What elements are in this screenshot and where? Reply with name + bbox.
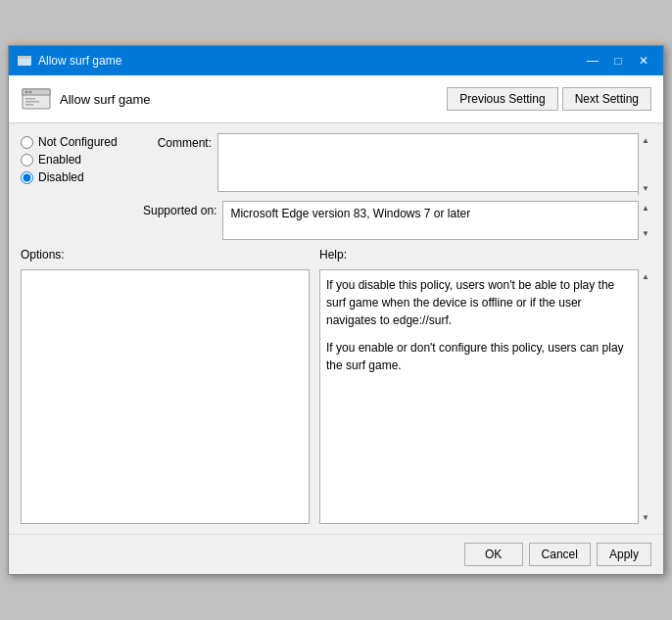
radio-enabled-input[interactable]: [21, 154, 33, 167]
comment-scroll-down[interactable]: ▼: [639, 181, 652, 195]
comment-row: Comment: ▲ ▼: [143, 133, 651, 195]
supported-box-wrapper: Microsoft Edge version 83, Windows 7 or …: [222, 201, 651, 240]
comment-textarea[interactable]: [217, 133, 651, 192]
svg-rect-8: [25, 104, 33, 106]
title-bar-controls: — □ ✕: [581, 52, 655, 70]
panels-row: If you disable this policy, users won't …: [21, 269, 651, 524]
help-text-1: If you disable this policy, users won't …: [326, 276, 631, 329]
title-bar: Allow surf game — □ ✕: [9, 46, 663, 75]
dialog-header-title: Allow surf game: [60, 92, 150, 107]
minimize-button[interactable]: —: [581, 52, 604, 70]
svg-rect-7: [25, 101, 39, 103]
radio-disabled[interactable]: Disabled: [21, 170, 133, 184]
supported-row: Supported on: Microsoft Edge version 83,…: [143, 201, 651, 240]
options-label-container: Options:: [21, 248, 310, 262]
comment-scroll-up[interactable]: ▲: [639, 133, 652, 147]
supported-scrollbar: ▲ ▼: [638, 201, 651, 240]
help-label-container: Help:: [319, 248, 651, 262]
svg-point-5: [29, 91, 32, 94]
window-title: Allow surf game: [38, 54, 121, 68]
options-panel: [21, 269, 310, 524]
supported-text: Microsoft Edge version 83, Windows 7 or …: [228, 205, 472, 222]
radio-panel: Not Configured Enabled Disabled: [21, 133, 133, 240]
maximize-button[interactable]: □: [606, 52, 630, 70]
panel-labels-row: Options: Help:: [21, 248, 651, 262]
supported-scroll-down[interactable]: ▼: [639, 226, 652, 240]
help-box: If you disable this policy, users won't …: [319, 269, 651, 524]
radio-disabled-label: Disabled: [38, 170, 84, 184]
options-box: [21, 269, 310, 524]
help-scrollbar: ▲ ▼: [638, 269, 651, 524]
top-section: Not Configured Enabled Disabled Comment:: [21, 133, 651, 240]
dialog-header: Allow surf game Previous Setting Next Se…: [9, 75, 663, 123]
radio-enabled-label: Enabled: [38, 153, 81, 167]
previous-setting-button[interactable]: Previous Setting: [447, 87, 557, 111]
supported-box: Microsoft Edge version 83, Windows 7 or …: [222, 201, 651, 240]
header-buttons: Previous Setting Next Setting: [447, 87, 651, 111]
radio-enabled[interactable]: Enabled: [21, 153, 133, 167]
next-setting-button[interactable]: Next Setting: [562, 87, 651, 111]
help-scroll-down[interactable]: ▼: [639, 510, 652, 524]
supported-scroll-up[interactable]: ▲: [639, 201, 652, 215]
options-label: Options:: [21, 248, 65, 262]
ok-button[interactable]: OK: [464, 543, 523, 566]
radio-not-configured-input[interactable]: [21, 136, 33, 149]
header-icon: [21, 83, 52, 115]
help-label: Help:: [319, 248, 347, 262]
dialog-window: Allow surf game — □ ✕ Allow surf game: [8, 45, 664, 575]
radio-not-configured[interactable]: Not Configured: [21, 135, 133, 149]
dialog-footer: OK Cancel Apply: [9, 534, 663, 574]
window-icon: [17, 53, 32, 69]
title-bar-left: Allow surf game: [17, 53, 121, 69]
cancel-button[interactable]: Cancel: [529, 543, 591, 566]
comment-scrollbar: ▲ ▼: [638, 133, 651, 195]
help-box-wrapper: If you disable this policy, users won't …: [319, 269, 651, 524]
svg-rect-1: [18, 56, 31, 59]
radio-disabled-input[interactable]: [21, 171, 33, 184]
comment-label: Comment:: [143, 133, 212, 150]
dialog-header-left: Allow surf game: [21, 83, 150, 115]
apply-button[interactable]: Apply: [597, 543, 651, 566]
svg-point-4: [25, 91, 28, 94]
right-section: Comment: ▲ ▼ Supported on: Microsof: [143, 133, 651, 240]
close-button[interactable]: ✕: [632, 52, 655, 70]
comment-textarea-wrapper: ▲ ▼: [217, 133, 651, 195]
svg-rect-6: [25, 98, 35, 100]
dialog-body: Not Configured Enabled Disabled Comment:: [9, 123, 663, 534]
radio-not-configured-label: Not Configured: [38, 135, 118, 149]
help-scroll-up[interactable]: ▲: [639, 269, 652, 283]
help-panel: If you disable this policy, users won't …: [319, 269, 651, 524]
supported-label: Supported on:: [143, 201, 216, 217]
help-text-2: If you enable or don't configure this po…: [326, 339, 631, 374]
